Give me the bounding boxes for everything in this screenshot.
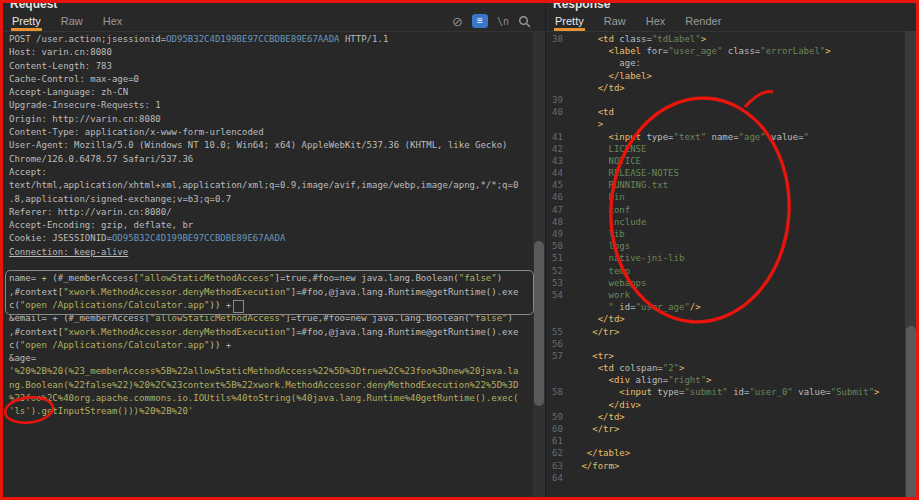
burp-editor-frame: Request Pretty Raw Hex ⊘ ≡ \n POST /user… [0, 0, 919, 500]
code-line: age: [546, 57, 906, 69]
code-line: 51 native-jni-lib [546, 252, 906, 264]
line-number: 60 [546, 423, 576, 435]
code-line: > [546, 118, 906, 130]
code-line: 59 </td> [546, 411, 906, 423]
line-number: 61 [546, 435, 576, 447]
line-number [546, 399, 576, 411]
code-line: 58 <input type="submit" id="user_0" valu… [546, 386, 906, 398]
code-line: User-Agent: Mozilla/5.0 (Windows NT 10.0… [9, 139, 532, 152]
line-number: 49 [546, 228, 576, 240]
line-number: 46 [546, 191, 576, 203]
request-panel: Request Pretty Raw Hex ⊘ ≡ \n POST /user… [3, 3, 545, 497]
wrap-toggle-icon[interactable]: ≡ [472, 14, 488, 28]
code-line: Accept-Language: zh-CN [9, 86, 532, 99]
tab-request-pretty[interactable]: Pretty [11, 12, 42, 31]
request-editor[interactable]: POST /user.action;jsessionid=OD95B32C4D1… [3, 33, 532, 497]
code-line: <label for="user_age" class="errorLabel"… [546, 45, 906, 57]
line-number: 42 [546, 143, 576, 155]
caret-marker [233, 300, 244, 313]
line-number: 57 [546, 350, 576, 362]
code-line: 48 include [546, 216, 906, 228]
line-number: 59 [546, 411, 576, 423]
code-line: '%20%2B%20(%23_memberAccess%5B%22allowSt… [9, 365, 532, 378]
line-number: 45 [546, 179, 576, 191]
line-number: 52 [546, 265, 576, 277]
search-icon[interactable] [518, 15, 531, 28]
line-number: 58 [546, 386, 576, 398]
code-line: Referer: http://varin.cn:8080/ [9, 206, 532, 219]
line-number [546, 118, 576, 130]
code-line: Accept-Encoding: gzip, deflate, br [9, 219, 532, 232]
line-number: 39 [546, 94, 576, 106]
newline-toggle-icon[interactable]: \n [497, 16, 509, 27]
code-line: ng.Boolean(%22false%22)%20%2C%23context%… [9, 379, 532, 392]
line-number [546, 45, 576, 57]
line-number: 47 [546, 204, 576, 216]
response-editor[interactable]: 38 <td class="tdLabel"> <label for="user… [546, 33, 906, 497]
code-line: </td> [546, 313, 906, 325]
tab-request-hex[interactable]: Hex [102, 12, 124, 31]
line-number: 44 [546, 167, 576, 179]
code-line: </div> [546, 399, 906, 411]
nonprintable-toggle-icon[interactable]: ⊘ [452, 15, 463, 28]
code-line: Content-Type: application/x-www-form-url… [9, 126, 532, 139]
line-number: 63 [546, 460, 576, 472]
code-line: 44 RELEASE-NOTES [546, 167, 906, 179]
code-line: ,#context["xwork.MethodAccessor.denyMeth… [9, 326, 532, 339]
line-number [546, 313, 576, 325]
code-line: 56 [546, 338, 906, 350]
line-number: 43 [546, 155, 576, 167]
code-line: POST /user.action;jsessionid=OD95B32C4D1… [9, 33, 532, 46]
code-line: 62 </table> [546, 447, 906, 459]
code-line: 50 logs [546, 240, 906, 252]
code-line: Cache-Control: max-age=0 [9, 73, 532, 86]
code-line: 43 NOTICE [546, 155, 906, 167]
code-line: </td> [546, 82, 906, 94]
code-line: </label> [546, 70, 906, 82]
code-line: <td colspan="2"> [546, 362, 906, 374]
response-panel: Response Pretty Raw Hex Render 38 <td cl… [545, 3, 917, 497]
line-number: 50 [546, 240, 576, 252]
code-line: 42 LICENSE [546, 143, 906, 155]
tab-response-render[interactable]: Render [684, 12, 722, 31]
line-number [546, 57, 576, 69]
code-line: 41 <input type="text" name="age" value=" [546, 131, 906, 143]
request-toolbar-icons: ⊘ ≡ \n [452, 14, 545, 28]
code-line: text/html,application/xhtml+xml,applicat… [9, 179, 532, 192]
code-line: " id="user_age"/> [546, 301, 906, 313]
line-number: 53 [546, 277, 576, 289]
code-line: Cookie: JSESSIONID=OD95B32C4D199BE97CCBD… [9, 232, 532, 245]
code-line: <div align="right"> [546, 374, 906, 386]
code-line: Content-Length: 783 [9, 60, 532, 73]
line-number: 38 [546, 33, 576, 45]
tab-request-raw[interactable]: Raw [60, 12, 84, 31]
code-line: Host: varin.cn:8080 [9, 46, 532, 59]
response-scrollbar-thumb[interactable] [906, 326, 916, 500]
line-number: 55 [546, 326, 576, 338]
tab-response-pretty[interactable]: Pretty [554, 12, 585, 31]
code-line: 60 </tr> [546, 423, 906, 435]
response-tabbar: Pretty Raw Hex Render [546, 11, 917, 32]
request-scrollbar-thumb[interactable] [534, 241, 544, 406]
response-scrollbar[interactable] [905, 31, 917, 497]
code-line: 63 </form> [546, 460, 906, 472]
code-line: 49 lib [546, 228, 906, 240]
line-number: 64 [546, 472, 576, 484]
line-number [546, 374, 576, 386]
line-number: 40 [546, 106, 576, 118]
tab-response-hex[interactable]: Hex [645, 12, 667, 31]
line-number [546, 362, 576, 374]
code-line: 46 bin [546, 191, 906, 203]
code-line: &age= [9, 352, 532, 365]
code-line: 64 [546, 472, 906, 484]
response-panel-title: Response [553, 0, 610, 11]
code-line: Accept: [9, 166, 532, 179]
request-scrollbar[interactable] [533, 31, 545, 497]
code-line: Chrome/126.0.6478.57 Safari/537.36 [9, 153, 532, 166]
code-line: 57 <tr> [546, 350, 906, 362]
line-number: 62 [546, 447, 576, 459]
line-number: 41 [546, 131, 576, 143]
tab-response-raw[interactable]: Raw [603, 12, 627, 31]
code-line: Connection: keep-alive [9, 246, 532, 259]
request-panel-title: Request [10, 0, 57, 11]
